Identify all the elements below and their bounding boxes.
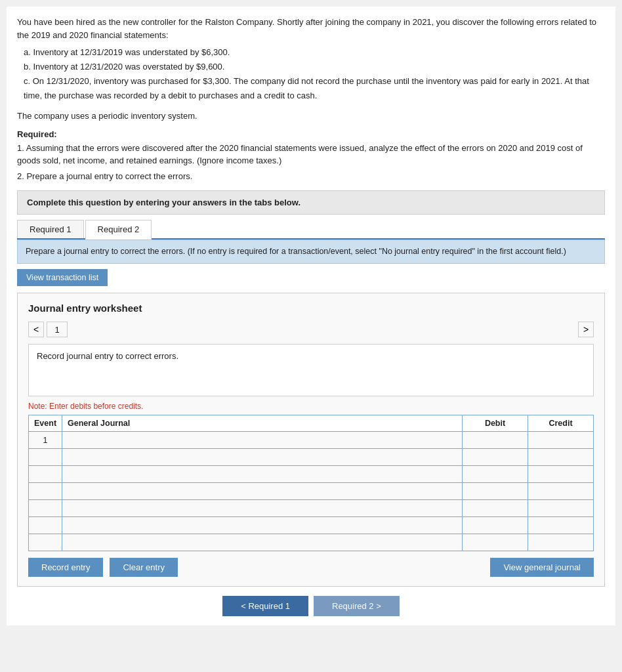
intro-item-a: a. Inventory at 12/31/2019 was understat… bbox=[24, 45, 605, 60]
credit-cell-2[interactable] bbox=[528, 449, 594, 466]
header-credit: Credit bbox=[528, 415, 594, 432]
credit-cell-3[interactable] bbox=[528, 466, 594, 483]
intro-items: a. Inventory at 12/31/2019 was understat… bbox=[24, 45, 605, 103]
credit-cell-5[interactable] bbox=[528, 500, 594, 517]
record-entry-button[interactable]: Record entry bbox=[28, 558, 103, 577]
bottom-required1-button[interactable]: < Required 1 bbox=[222, 596, 308, 616]
journal-cell-4[interactable] bbox=[62, 483, 463, 500]
page-number: 1 bbox=[47, 322, 68, 337]
table-row: 1 bbox=[29, 432, 594, 449]
debit-cell-5[interactable] bbox=[463, 500, 528, 517]
journal-table: Event General Journal Debit Credit 1 bbox=[28, 415, 594, 551]
credit-cell-7[interactable] bbox=[528, 534, 594, 551]
instruction-bar: Prepare a journal entry to correct the e… bbox=[17, 240, 605, 264]
debit-input-1[interactable] bbox=[463, 432, 528, 448]
debit-input-5[interactable] bbox=[463, 500, 528, 516]
tab-required1[interactable]: Required 1 bbox=[17, 220, 84, 238]
view-transaction-button[interactable]: View transaction list bbox=[17, 269, 108, 286]
event-cell-1: 1 bbox=[29, 432, 62, 449]
credit-cell-1[interactable] bbox=[528, 432, 594, 449]
required-item1: 1. Assuming that the errors were discove… bbox=[17, 142, 605, 167]
header-event: Event bbox=[29, 415, 62, 432]
journal-cell-7[interactable] bbox=[62, 534, 463, 551]
event-cell-2 bbox=[29, 449, 62, 466]
bottom-required2-button[interactable]: Required 2 > bbox=[314, 596, 400, 616]
credit-input-2[interactable] bbox=[528, 449, 593, 465]
table-row bbox=[29, 449, 594, 466]
debit-input-2[interactable] bbox=[463, 449, 528, 465]
event-cell-5 bbox=[29, 500, 62, 517]
credit-input-6[interactable] bbox=[528, 517, 593, 534]
next-page-button[interactable]: > bbox=[578, 322, 594, 337]
required-label: Required: bbox=[17, 129, 605, 139]
debit-cell-1[interactable] bbox=[463, 432, 528, 449]
credit-input-5[interactable] bbox=[528, 500, 593, 516]
clear-entry-button[interactable]: Clear entry bbox=[110, 558, 178, 577]
journal-input-1[interactable] bbox=[62, 432, 462, 448]
debit-cell-7[interactable] bbox=[463, 534, 528, 551]
debit-cell-4[interactable] bbox=[463, 483, 528, 500]
bottom-nav: < Required 1 Required 2 > bbox=[17, 596, 605, 616]
journal-cell-6[interactable] bbox=[62, 517, 463, 534]
header-debit: Debit bbox=[463, 415, 528, 432]
periodic-note: The company uses a periodic inventory sy… bbox=[17, 110, 605, 123]
table-row bbox=[29, 534, 594, 551]
event-cell-3 bbox=[29, 466, 62, 483]
debit-cell-3[interactable] bbox=[463, 466, 528, 483]
tab-required2[interactable]: Required 2 bbox=[85, 220, 152, 240]
required-item2: 2. Prepare a journal entry to correct th… bbox=[17, 170, 605, 183]
view-general-journal-button[interactable]: View general journal bbox=[490, 558, 594, 577]
required-section: Required: 1. Assuming that the errors we… bbox=[17, 129, 605, 183]
entry-description: Record journal entry to correct errors. bbox=[28, 344, 594, 396]
tabs-row: Required 1 Required 2 bbox=[17, 220, 605, 240]
event-cell-4 bbox=[29, 483, 62, 500]
journal-input-2[interactable] bbox=[62, 449, 462, 465]
action-buttons: Record entry Clear entry View general jo… bbox=[28, 558, 594, 577]
credit-input-1[interactable] bbox=[528, 432, 593, 448]
credit-cell-4[interactable] bbox=[528, 483, 594, 500]
debit-cell-2[interactable] bbox=[463, 449, 528, 466]
credit-input-4[interactable] bbox=[528, 483, 593, 499]
debit-input-4[interactable] bbox=[463, 483, 528, 499]
table-row bbox=[29, 466, 594, 483]
debit-cell-6[interactable] bbox=[463, 517, 528, 534]
note-text: Note: Enter debits before credits. bbox=[28, 402, 594, 411]
complete-box: Complete this question by entering your … bbox=[17, 190, 605, 215]
event-cell-6 bbox=[29, 517, 62, 534]
worksheet-title: Journal entry worksheet bbox=[28, 303, 594, 314]
header-general-journal: General Journal bbox=[62, 415, 463, 432]
debit-input-3[interactable] bbox=[463, 466, 528, 482]
event-cell-7 bbox=[29, 534, 62, 551]
journal-cell-1[interactable] bbox=[62, 432, 463, 449]
journal-input-5[interactable] bbox=[62, 500, 462, 516]
intro-item-b: b. Inventory at 12/31/2020 was overstate… bbox=[24, 60, 605, 74]
intro-section: You have been hired as the new controlle… bbox=[17, 16, 605, 123]
journal-worksheet: Journal entry worksheet < 1 > Record jou… bbox=[17, 293, 605, 587]
table-row bbox=[29, 483, 594, 500]
credit-cell-6[interactable] bbox=[528, 517, 594, 534]
journal-input-3[interactable] bbox=[62, 466, 462, 482]
journal-input-4[interactable] bbox=[62, 483, 462, 499]
journal-input-7[interactable] bbox=[62, 534, 462, 551]
journal-cell-3[interactable] bbox=[62, 466, 463, 483]
prev-page-button[interactable]: < bbox=[28, 322, 44, 337]
credit-input-7[interactable] bbox=[528, 534, 593, 551]
credit-input-3[interactable] bbox=[528, 466, 593, 482]
debit-input-6[interactable] bbox=[463, 517, 528, 534]
nav-row: < 1 > bbox=[28, 322, 594, 337]
intro-item-c: c. On 12/31/2020, inventory was purchase… bbox=[24, 74, 605, 103]
journal-cell-5[interactable] bbox=[62, 500, 463, 517]
debit-input-7[interactable] bbox=[463, 534, 528, 551]
table-row bbox=[29, 500, 594, 517]
journal-input-6[interactable] bbox=[62, 517, 462, 534]
table-row bbox=[29, 517, 594, 534]
intro-paragraph: You have been hired as the new controlle… bbox=[17, 16, 605, 41]
journal-cell-2[interactable] bbox=[62, 449, 463, 466]
